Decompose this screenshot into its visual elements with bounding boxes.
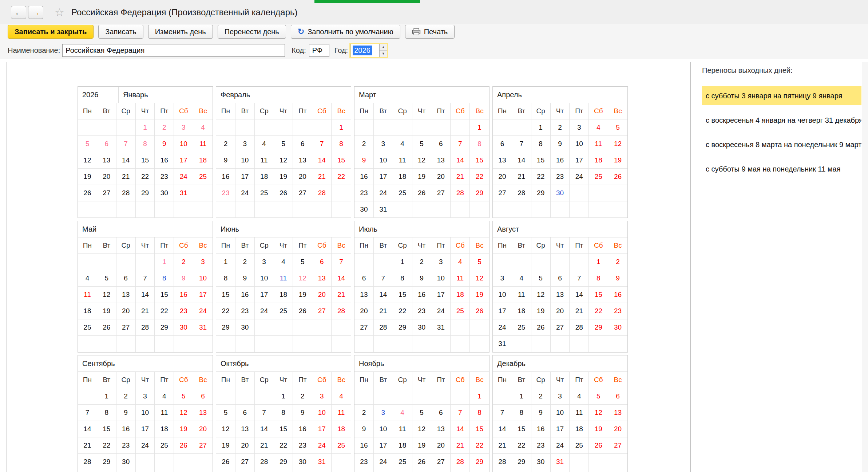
calendar-day[interactable]: 1 — [512, 388, 531, 405]
calendar-day[interactable]: 8 — [393, 270, 412, 287]
calendar-day[interactable]: 14 — [512, 152, 531, 169]
calendar-day[interactable]: 29 — [274, 454, 293, 470]
calendar-day[interactable]: 20 — [116, 303, 136, 319]
calendar-day[interactable]: 11 — [255, 152, 274, 169]
calendar-day[interactable]: 24 — [193, 303, 213, 319]
calendar-day[interactable]: 20 — [97, 169, 116, 185]
calendar-day[interactable]: 17 — [255, 287, 274, 303]
calendar-day[interactable]: 18 — [451, 287, 470, 303]
calendar-day[interactable]: 30 — [551, 185, 570, 201]
calendar-day[interactable]: 8 — [136, 136, 155, 152]
calendar-day[interactable]: 8 — [274, 405, 293, 421]
calendar-day[interactable]: 17 — [136, 421, 155, 437]
calendar-day[interactable]: 4 — [512, 270, 531, 287]
calendar-day[interactable]: 3 — [312, 388, 332, 405]
calendar-day[interactable]: 14 — [255, 421, 274, 437]
calendar-day[interactable]: 17 — [551, 421, 570, 437]
year-input[interactable]: 2026 ▲ ▼ — [350, 44, 387, 57]
calendar-day[interactable]: 10 — [493, 287, 512, 303]
calendar-day[interactable]: 10 — [174, 136, 193, 152]
fill-default-button[interactable]: ↻ Заполнить по умолчанию — [291, 25, 400, 39]
calendar-day[interactable]: 28 — [312, 185, 332, 201]
year-spinner-down[interactable]: ▼ — [380, 51, 387, 57]
calendar-day[interactable]: 24 — [235, 185, 255, 201]
calendar-day[interactable]: 2 — [216, 136, 235, 152]
calendar-day[interactable]: 6 — [193, 388, 213, 405]
calendar-day[interactable]: 21 — [332, 287, 351, 303]
calendar-day[interactable]: 3 — [551, 388, 570, 405]
calendar-day[interactable]: 9 — [116, 405, 136, 421]
calendar-day[interactable]: 5 — [293, 254, 312, 270]
calendar-day[interactable]: 7 — [332, 254, 351, 270]
calendar-day[interactable]: 3 — [570, 119, 589, 136]
calendar-day[interactable]: 17 — [374, 169, 393, 185]
calendar-day[interactable]: 2 — [608, 254, 627, 270]
calendar-day[interactable]: 2 — [293, 388, 312, 405]
calendar-day[interactable]: 2 — [155, 119, 174, 136]
calendar-day[interactable]: 19 — [274, 169, 293, 185]
calendar-day[interactable]: 6 — [493, 136, 512, 152]
calendar-day[interactable]: 22 — [531, 169, 551, 185]
calendar-day[interactable]: 31 — [374, 201, 393, 218]
transfer-item[interactable]: с воскресенья 8 марта на понедельник 9 м… — [702, 135, 861, 154]
calendar-day[interactable]: 9 — [293, 405, 312, 421]
calendar-day[interactable]: 25 — [393, 454, 412, 470]
calendar-day[interactable]: 26 — [412, 454, 432, 470]
calendar-day[interactable]: 15 — [274, 421, 293, 437]
calendar-day[interactable]: 13 — [293, 152, 312, 169]
calendar-day[interactable]: 11 — [155, 405, 174, 421]
calendar-day[interactable]: 29 — [216, 319, 235, 336]
calendar-day[interactable]: 4 — [393, 136, 412, 152]
calendar-day[interactable]: 8 — [97, 405, 116, 421]
calendar-day[interactable]: 11 — [589, 136, 608, 152]
calendar-day[interactable]: 21 — [312, 169, 332, 185]
calendar-day[interactable]: 17 — [174, 152, 193, 169]
calendar-day[interactable]: 26 — [531, 319, 551, 336]
calendar-day[interactable]: 29 — [155, 319, 174, 336]
calendar-day[interactable]: 21 — [136, 303, 155, 319]
calendar-day[interactable]: 15 — [531, 152, 551, 169]
calendar-day[interactable]: 29 — [589, 319, 608, 336]
calendar-day[interactable]: 5 — [412, 136, 432, 152]
calendar-day[interactable]: 27 — [431, 185, 451, 201]
calendar-day[interactable]: 14 — [451, 421, 470, 437]
calendar-day[interactable]: 11 — [393, 421, 412, 437]
calendar-day[interactable]: 26 — [412, 185, 432, 201]
calendar-day[interactable]: 14 — [451, 152, 470, 169]
calendar-day[interactable]: 28 — [116, 185, 136, 201]
change-day-button[interactable]: Изменить день — [148, 25, 213, 39]
calendar-day[interactable]: 24 — [136, 437, 155, 454]
calendar-day[interactable]: 19 — [412, 437, 432, 454]
calendar-day[interactable]: 21 — [512, 169, 531, 185]
calendar-day[interactable]: 18 — [332, 421, 351, 437]
calendar-day[interactable]: 4 — [393, 405, 412, 421]
calendar-day[interactable]: 15 — [470, 152, 489, 169]
calendar-day[interactable]: 25 — [589, 169, 608, 185]
calendar-day[interactable]: 9 — [354, 152, 374, 169]
calendar-day[interactable]: 16 — [551, 152, 570, 169]
calendar-day[interactable]: 16 — [116, 421, 136, 437]
calendar-day[interactable]: 19 — [216, 437, 235, 454]
calendar-day[interactable]: 29 — [470, 185, 489, 201]
calendar-day[interactable]: 8 — [155, 270, 174, 287]
name-input[interactable] — [62, 44, 285, 57]
calendar-day[interactable]: 2 — [235, 254, 255, 270]
calendar-day[interactable]: 28 — [451, 454, 470, 470]
calendar-day[interactable]: 17 — [431, 287, 451, 303]
calendar-day[interactable]: 20 — [193, 421, 213, 437]
calendar-day[interactable]: 17 — [312, 421, 332, 437]
calendar-day[interactable]: 27 — [608, 437, 627, 454]
calendar-day[interactable]: 26 — [216, 454, 235, 470]
calendar-day[interactable]: 9 — [216, 152, 235, 169]
calendar-day[interactable]: 24 — [551, 437, 570, 454]
calendar-day[interactable]: 13 — [551, 287, 570, 303]
calendar-day[interactable]: 31 — [174, 185, 193, 201]
calendar-day[interactable]: 11 — [193, 136, 213, 152]
calendar-day[interactable]: 30 — [155, 185, 174, 201]
calendar-day[interactable]: 10 — [570, 136, 589, 152]
calendar-day[interactable]: 6 — [431, 136, 451, 152]
calendar-day[interactable]: 30 — [354, 201, 374, 218]
calendar-day[interactable]: 15 — [332, 152, 351, 169]
calendar-day[interactable]: 31 — [312, 454, 332, 470]
calendar-day[interactable]: 28 — [78, 454, 97, 470]
